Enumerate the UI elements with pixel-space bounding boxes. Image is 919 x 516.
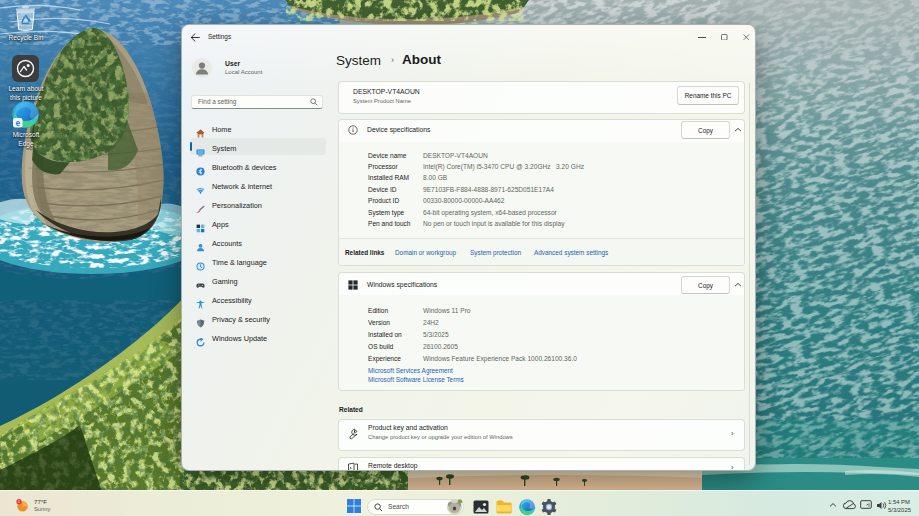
svg-text:e: e [15,118,20,128]
